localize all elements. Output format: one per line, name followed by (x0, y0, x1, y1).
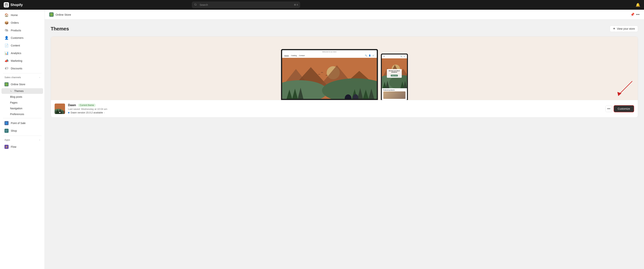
search-icon (194, 3, 197, 7)
theme-more-button[interactable]: ••• (606, 105, 612, 112)
eye-icon: 👁 (613, 27, 616, 30)
sidebar-item-navigation[interactable]: Navigation (2, 106, 43, 111)
sales-channels-header[interactable]: Sales channels › (2, 74, 43, 80)
sidebar-label-customers: Customers (11, 36, 24, 39)
ellipsis-icon: ••• (607, 107, 610, 110)
page-header-icon: 🟩 (49, 12, 54, 17)
orders-icon: 📦 (4, 21, 8, 25)
content-icon: 📄 (4, 44, 8, 48)
theme-saved-text: Last saved: Wednesday at 10:04 am (68, 108, 602, 110)
home-icon: 🏠 (4, 13, 8, 17)
page-header-bar: 🟩 Online Store 📌 ••• (45, 10, 644, 20)
sidebar-item-shop[interactable]: 🛒 Shop (2, 127, 43, 135)
sidebar-label-pages: Pages (10, 101, 18, 104)
sidebar-label-pos: Point of Sale (11, 122, 26, 125)
sidebar-item-flow[interactable]: ⚡ Flow (2, 143, 43, 151)
sidebar-item-orders[interactable]: 📦 Orders (2, 19, 43, 27)
search-bar: ⌘ K (192, 2, 300, 8)
desktop-nav-links: Home Catalog Contact (284, 55, 305, 57)
sidebar-item-point-of-sale[interactable]: 🔷 Point of Sale (2, 119, 43, 127)
sidebar-item-pages[interactable]: Pages (2, 100, 43, 105)
theme-actions: ••• Customize (606, 105, 634, 112)
mobile-featured-section: Featured products (382, 88, 407, 100)
page-title: Themes (51, 26, 69, 32)
view-store-button[interactable]: 👁 View your store (610, 26, 638, 32)
theme-name: Dawn (68, 104, 76, 107)
mobile-cta-button: Shop now (391, 75, 398, 77)
search-input[interactable] (192, 2, 300, 8)
mobile-featured-image (383, 91, 406, 99)
nav-right: 🔔 (636, 3, 640, 7)
sidebar-label-shop: Shop (11, 129, 17, 132)
sidebar-label-themes: Themes (14, 90, 24, 93)
customers-icon: 👤 (4, 36, 8, 40)
more-options-icon[interactable]: ••• (636, 13, 640, 17)
mobile-screen: ☰ 🔍 🛒 (382, 55, 407, 100)
apps-header[interactable]: Apps › (2, 137, 43, 143)
sidebar-item-online-store[interactable]: 🟩 Online Store (2, 81, 43, 88)
sidebar-label-flow: Flow (11, 145, 16, 148)
sub-arrow-icon: ↳ (10, 90, 12, 92)
sidebar-item-home[interactable]: 🏠 Home (2, 11, 43, 19)
sidebar-label-navigation: Navigation (10, 107, 22, 110)
sidebar-divider-2 (3, 118, 42, 118)
sidebar: 🏠 Home 📦 Orders 🛍 Products 👤 Customers 📄… (0, 10, 45, 269)
sidebar-item-marketing[interactable]: 📣 Marketing (2, 57, 43, 65)
sidebar-label-online-store: Online Store (11, 83, 25, 86)
desktop-screen: Welcome to our store Home Catalog Contac… (282, 50, 377, 99)
theme-card: Welcome to our store Home Catalog Contac… (51, 36, 638, 118)
sidebar-item-content[interactable]: 📄 Content (2, 42, 43, 49)
bell-icon[interactable]: 🔔 (636, 3, 640, 7)
sidebar-item-products[interactable]: 🛍 Products (2, 27, 43, 34)
sidebar-label-content: Content (11, 44, 20, 47)
customize-button[interactable]: Customize (614, 105, 634, 112)
chevron-right-icon: › (39, 76, 40, 79)
theme-info: Dawn Current theme Last saved: Wednesday… (68, 104, 602, 114)
mobile-cta-title: Browse our latest products (389, 70, 400, 73)
theme-version-row[interactable]: Dawn version 15.0.2 available › (68, 111, 602, 114)
sidebar-item-discounts[interactable]: 🏷 Discounts (2, 65, 43, 72)
sidebar-label-orders: Orders (11, 21, 19, 24)
sidebar-item-themes[interactable]: ↳ Themes (2, 88, 43, 94)
desktop-nav-icons: 🔍 👤 🛒 (365, 55, 374, 57)
search-shortcut: ⌘ K (294, 4, 298, 6)
discounts-icon: 🏷 (4, 66, 8, 70)
current-theme-badge: Current theme (78, 104, 96, 107)
thumbnail-overlay: 🏔 (54, 111, 65, 114)
pos-icon: 🔷 (4, 121, 8, 125)
shopify-logo[interactable]: Shopify (4, 2, 23, 8)
top-navigation: Shopify ⌘ K 🔔 (0, 0, 644, 10)
sidebar-label-analytics: Analytics (11, 52, 21, 55)
page-header-title: Online Store (56, 13, 71, 16)
desktop-welcome-text: Welcome to our store (282, 50, 377, 53)
sidebar-item-customers[interactable]: 👤 Customers (2, 34, 43, 42)
pin-icon[interactable]: 📌 (630, 13, 634, 17)
theme-name-row: Dawn Current theme (68, 104, 602, 107)
mobile-hero: Browse our latest products Shop now (382, 58, 407, 88)
mobile-featured-title: Featured products (383, 89, 406, 91)
svg-line-2 (196, 5, 196, 6)
desktop-mockup: Welcome to our store Home Catalog Contac… (281, 49, 378, 100)
mobile-nav-bar: ☰ 🔍 🛒 (382, 55, 407, 58)
theme-info-bar: 🏔 Dawn Current theme Last saved: Wednesd… (51, 100, 638, 117)
sidebar-label-blog-posts: Blog posts (10, 95, 22, 98)
shopify-wordmark: Shopify (10, 3, 23, 7)
svg-point-1 (194, 4, 196, 5)
theme-preview: Welcome to our store Home Catalog Contac… (51, 37, 638, 100)
sidebar-item-preferences[interactable]: Preferences (2, 111, 43, 117)
marketing-icon: 📣 (4, 59, 8, 63)
sidebar-item-analytics[interactable]: 📊 Analytics (2, 50, 43, 57)
main-layout: 🏠 Home 📦 Orders 🛍 Products 👤 Customers 📄… (0, 10, 644, 269)
sidebar-divider-1 (3, 73, 42, 73)
mobile-cta-box: Browse our latest products Shop now (387, 69, 402, 78)
themes-content: Themes 👁 View your store Welcome to our … (45, 20, 644, 124)
online-store-icon: 🟩 (4, 82, 8, 86)
desktop-nav-bar: Home Catalog Contact 🔍 👤 🛒 (282, 53, 377, 58)
analytics-icon: 📊 (4, 51, 8, 55)
theme-thumbnail: 🏔 (54, 104, 65, 114)
shopify-bag-icon (4, 2, 9, 8)
sidebar-label-discounts: Discounts (11, 67, 22, 70)
sidebar-label-home: Home (11, 14, 18, 17)
sidebar-item-blog-posts[interactable]: Blog posts (2, 94, 43, 100)
sidebar-label-products: Products (11, 29, 21, 32)
